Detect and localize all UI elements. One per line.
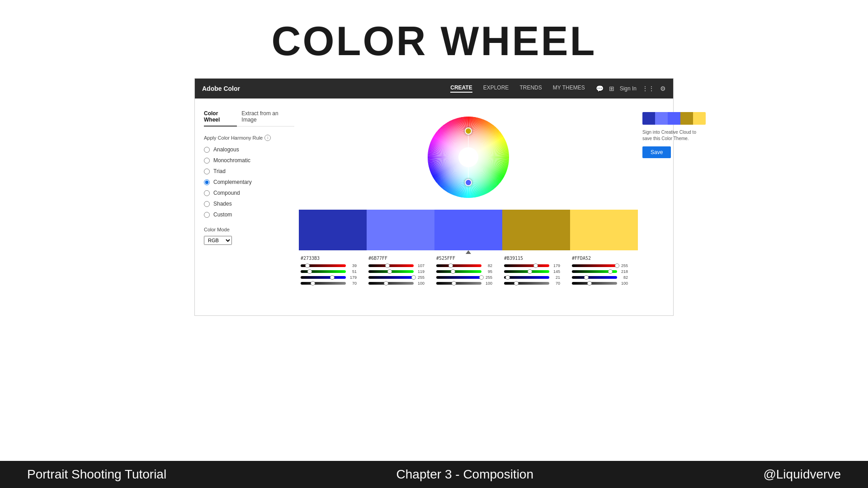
radio-custom[interactable]: Custom [204, 211, 294, 218]
color-swatches [299, 210, 638, 250]
bottom-center: Chapter 3 - Composition [396, 467, 533, 482]
nav-explore[interactable]: EXPLORE [483, 84, 509, 93]
color-wheel-container[interactable] [423, 112, 514, 202]
color-info-area: #2733B3 39 51 [299, 256, 638, 287]
swatch-3[interactable] [434, 210, 502, 250]
color-col-3: #525FFF 82 95 255 100 [434, 256, 502, 287]
color-hex-3: #525FFF [436, 256, 500, 261]
sidebar: Color Wheel Extract from an Image Apply … [204, 108, 299, 306]
color-col-1: #2733B3 39 51 [299, 256, 367, 287]
grid-icon[interactable]: ⊞ [609, 85, 614, 92]
wheel-area: #2733B3 39 51 [299, 108, 638, 306]
radio-analogous-input[interactable] [204, 147, 210, 153]
radio-custom-input[interactable] [204, 212, 210, 218]
color-mode-select[interactable]: RGB CMYK LAB HSB [204, 236, 232, 245]
theme-swatch-2 [655, 112, 668, 125]
theme-swatch-1 [642, 112, 655, 125]
apps-icon[interactable]: ⋮⋮ [642, 85, 655, 92]
color-mode: Color Mode RGB CMYK LAB HSB [204, 227, 294, 245]
bottom-left: Portrait Shooting Tutorial [27, 467, 166, 482]
brand-label: Adobe Color [202, 85, 240, 92]
slider-a-1: 70 [301, 281, 365, 286]
color-mode-label: Color Mode [204, 227, 294, 232]
nav-trends[interactable]: TRENDS [519, 84, 542, 93]
swatch-1[interactable] [299, 210, 367, 250]
slider-g-1: 51 [301, 269, 365, 274]
val-r-1: 39 [348, 263, 357, 268]
color-col-4: #B39115 179 145 21 70 [502, 256, 570, 287]
wheel-handle-blue[interactable] [465, 179, 472, 186]
radio-complementary[interactable]: Complementary [204, 179, 294, 185]
color-col-2: #6B77FF 107 119 255 100 [367, 256, 434, 287]
theme-swatch-3 [668, 112, 680, 125]
color-hex-1: #2733B3 [301, 256, 365, 261]
radio-monochromatic-input[interactable] [204, 158, 210, 164]
right-panel: Sign into Creative Cloud to save this Co… [638, 108, 710, 306]
main-content: Color Wheel Extract from an Image Apply … [195, 99, 673, 315]
radio-triad-input[interactable] [204, 169, 210, 174]
save-button[interactable]: Save [642, 146, 671, 158]
radio-monochromatic[interactable]: Monochromatic [204, 157, 294, 164]
nav-right: 💬 ⊞ Sign In ⋮⋮ ⚙ [596, 85, 666, 92]
radio-analogous[interactable]: Analogous [204, 146, 294, 153]
color-hex-5: #FFDA52 [572, 256, 636, 261]
color-hex-4: #B39115 [504, 256, 568, 261]
app-container: Adobe Color CREATE EXPLORE TRENDS MY THE… [194, 78, 674, 316]
val-a-1: 70 [348, 281, 357, 286]
slider-r-1: 39 [301, 263, 365, 268]
tab-color-wheel[interactable]: Color Wheel [204, 108, 237, 127]
settings-icon[interactable]: ⚙ [660, 85, 666, 92]
radio-compound[interactable]: Compound [204, 190, 294, 196]
val-g-1: 51 [348, 269, 357, 274]
color-hex-2: #6B77FF [368, 256, 433, 261]
navbar: Adobe Color CREATE EXPLORE TRENDS MY THE… [195, 79, 673, 99]
theme-swatch-5 [693, 112, 706, 125]
bottom-right: @Liquidverve [763, 467, 841, 482]
theme-preview [642, 112, 706, 125]
info-icon[interactable]: i [264, 135, 271, 141]
signin-button[interactable]: Sign In [620, 85, 637, 92]
harmony-rule-label: Apply Color Harmony Rule i [204, 135, 294, 141]
swatch-4[interactable] [502, 210, 570, 250]
nav-links: CREATE EXPLORE TRENDS MY THEMES [450, 84, 585, 93]
theme-swatch-4 [680, 112, 693, 125]
swatch-marker [466, 250, 471, 254]
nav-create[interactable]: CREATE [450, 84, 472, 93]
radio-shades-input[interactable] [204, 201, 210, 207]
bottom-bar: Portrait Shooting Tutorial Chapter 3 - C… [0, 461, 868, 488]
color-wheel-svg [423, 112, 514, 202]
swatch-2[interactable] [367, 210, 434, 250]
title-area: COLOR WHEEL [0, 0, 868, 78]
help-icon[interactable]: 💬 [596, 85, 604, 92]
wheel-handle-yellow[interactable] [465, 127, 472, 135]
radio-triad[interactable]: Triad [204, 168, 294, 174]
tab-extract-image[interactable]: Extract from an Image [241, 108, 294, 126]
nav-mythemes[interactable]: MY THEMES [553, 84, 585, 93]
val-b-1: 179 [348, 275, 357, 280]
radio-compound-input[interactable] [204, 190, 210, 196]
swatch-5[interactable] [570, 210, 638, 250]
page-title: COLOR WHEEL [0, 18, 868, 65]
radio-shades[interactable]: Shades [204, 201, 294, 207]
slider-b-1: 179 [301, 275, 365, 280]
save-note: Sign into Creative Cloud to save this Co… [642, 129, 706, 142]
radio-complementary-input[interactable] [204, 179, 210, 185]
tabs: Color Wheel Extract from an Image [204, 108, 294, 127]
color-col-5: #FFDA52 255 218 82 100 [570, 256, 638, 287]
